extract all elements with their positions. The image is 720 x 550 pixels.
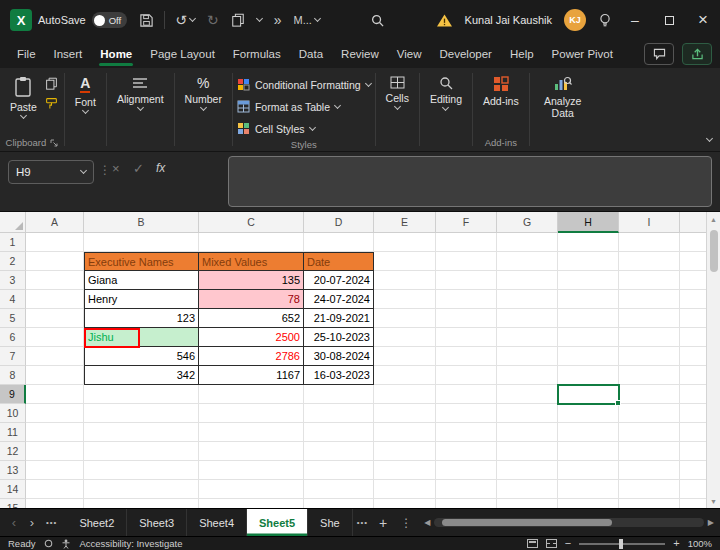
row-header-6[interactable]: 6 [0,328,26,347]
column-header-B[interactable]: B [84,212,199,233]
column-header-F[interactable]: F [436,212,497,233]
row-header-2[interactable]: 2 [0,252,26,271]
cell-B3[interactable]: Giana [84,271,199,290]
cell-G12[interactable] [497,442,558,461]
page-break-view-button[interactable] [546,539,557,548]
cell-H7[interactable] [558,347,619,366]
cell-F6[interactable] [436,328,497,347]
cell-G11[interactable] [497,423,558,442]
column-header-C[interactable]: C [199,212,304,233]
horizontal-scrollbar[interactable]: ◀ ▶ [418,509,720,536]
cell-D8[interactable]: 16-03-2023 [304,366,374,385]
zoom-in-button[interactable]: + [673,538,679,549]
zoom-slider[interactable] [579,543,665,545]
cell-D3[interactable]: 20-07-2024 [304,271,374,290]
cell-C3[interactable]: 135 [199,271,304,290]
vertical-scrollbar-thumb[interactable] [710,230,718,272]
cell-H13[interactable] [558,461,619,480]
cancel-entry-button[interactable]: × [112,161,120,176]
zoom-level[interactable]: 100% [688,538,712,549]
row-header-13[interactable]: 13 [0,461,26,480]
cell-E6[interactable] [374,328,436,347]
cell-E15[interactable] [374,499,436,508]
copy-button[interactable] [231,13,245,27]
cell-E4[interactable] [374,290,436,309]
row-header-1[interactable]: 1 [0,233,26,252]
cell-A12[interactable] [26,442,84,461]
cell-B15[interactable] [84,499,199,508]
cell-I6[interactable] [619,328,680,347]
cell-I9[interactable] [619,385,680,404]
tab-view[interactable]: View [388,40,431,68]
cell-A7[interactable] [26,347,84,366]
cell-A15[interactable] [26,499,84,508]
row-header-5[interactable]: 5 [0,309,26,328]
cell-F2[interactable] [436,252,497,271]
autosave-control[interactable]: AutoSave Off [38,12,127,28]
row-header-14[interactable]: 14 [0,480,26,499]
cell-G8[interactable] [497,366,558,385]
tab-power-pivot[interactable]: Power Pivot [543,40,622,68]
row-header-15[interactable]: 15 [0,499,26,508]
cell-D4[interactable]: 24-07-2024 [304,290,374,309]
cell-G7[interactable] [497,347,558,366]
cell-H12[interactable] [558,442,619,461]
undo-button[interactable]: ↺ [175,13,195,27]
cell-F12[interactable] [436,442,497,461]
cell-C10[interactable] [199,404,304,423]
cell-F13[interactable] [436,461,497,480]
tab-data[interactable]: Data [290,40,332,68]
analyze-data-button[interactable]: Analyze Data [534,73,592,122]
cell-C7[interactable]: 2786 [199,347,304,366]
close-button[interactable]: × [686,0,720,40]
zoom-out-button[interactable]: − [565,538,571,549]
cell-B1[interactable] [84,233,199,252]
cells-menu-button[interactable]: Cells [380,73,415,112]
tab-developer[interactable]: Developer [431,40,501,68]
cell-A6[interactable] [26,328,84,347]
cell-I3[interactable] [619,271,680,290]
cell-I11[interactable] [619,423,680,442]
cell-D9[interactable] [304,385,374,404]
cell-B8[interactable]: 342 [84,366,199,385]
format-painter-button[interactable] [45,97,58,110]
conditional-formatting-button[interactable]: Conditional Formatting [237,75,371,94]
cell-I7[interactable] [619,347,680,366]
cell-E14[interactable] [374,480,436,499]
cell-C6[interactable]: 2500 [199,328,304,347]
save-button[interactable] [139,13,154,28]
search-button[interactable] [370,13,385,28]
cell-C4[interactable]: 78 [199,290,304,309]
row-header-9[interactable]: 9 [0,385,26,404]
cell-E11[interactable] [374,423,436,442]
cell-E2[interactable] [374,252,436,271]
addins-button[interactable]: Add-ins [477,73,525,110]
cell-E9[interactable] [374,385,436,404]
cell-A10[interactable] [26,404,84,423]
cell-A5[interactable] [26,309,84,328]
paste-button[interactable]: Paste [4,73,43,121]
cell-styles-button[interactable]: Cell Styles [237,119,315,138]
qat-overflow-button[interactable]: » [274,13,282,27]
cell-G10[interactable] [497,404,558,423]
row-header-4[interactable]: 4 [0,290,26,309]
sheet-tab-sheet4[interactable]: Sheet4 [187,509,247,536]
cell-I10[interactable] [619,404,680,423]
comments-button[interactable] [644,43,674,65]
cell-F15[interactable] [436,499,497,508]
cell-E1[interactable] [374,233,436,252]
cell-D2[interactable]: Date [304,252,374,271]
copy-small-button[interactable] [45,77,58,90]
cell-D13[interactable] [304,461,374,480]
cell-C12[interactable] [199,442,304,461]
cell-F14[interactable] [436,480,497,499]
cell-E8[interactable] [374,366,436,385]
column-header-E[interactable]: E [374,212,436,233]
cell-H5[interactable] [558,309,619,328]
cell-G14[interactable] [497,480,558,499]
excel-app-icon[interactable]: X [10,9,32,31]
sheet-list-button[interactable]: ••• [42,518,61,527]
tab-page-layout[interactable]: Page Layout [141,40,224,68]
sheet-tab-she[interactable]: She [308,509,353,536]
cell-H3[interactable] [558,271,619,290]
